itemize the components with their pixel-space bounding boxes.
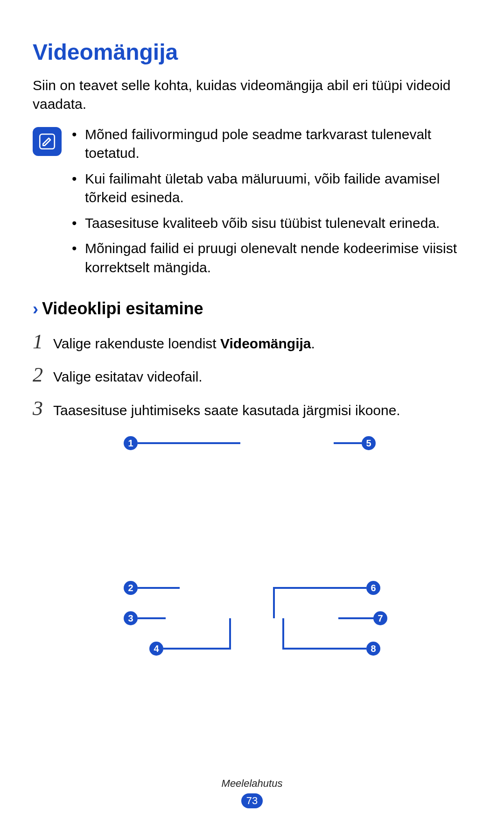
step-text-bold: Videomängija: [220, 336, 311, 351]
connector-line: [273, 587, 275, 618]
step-number: 2: [33, 361, 53, 389]
page-title: Videomängija: [33, 37, 471, 68]
pencil-note-icon: [37, 132, 57, 151]
note-list: Mõned failivormingud pole seadme tarkvar…: [72, 125, 471, 284]
callout-1: 1: [124, 436, 138, 450]
note-icon: [33, 127, 62, 156]
callout-4: 4: [149, 642, 163, 656]
step-number: 1: [33, 328, 53, 355]
step-text-part: Valige rakenduste loendist: [53, 336, 220, 351]
step-text: Taasesituse juhtimiseks saate kasutada j…: [53, 401, 400, 420]
svg-rect-0: [40, 134, 55, 149]
connector-line: [273, 587, 366, 589]
note-block: Mõned failivormingud pole seadme tarkvar…: [33, 125, 471, 284]
connector-line: [138, 587, 180, 589]
page-number-badge: 73: [241, 793, 263, 808]
connector-line: [138, 442, 240, 444]
note-item: Kui failimaht ületab vaba mäluruumi, või…: [72, 170, 471, 207]
chevron-right-icon: ›: [33, 301, 38, 318]
connector-line: [282, 618, 284, 650]
connector-line: [229, 618, 231, 650]
step-number: 3: [33, 395, 53, 422]
connector-line: [338, 617, 376, 619]
note-item: Taasesituse kvaliteeb võib sisu tüübist …: [72, 214, 471, 233]
callout-2: 2: [124, 581, 138, 595]
page-footer: Meelelahutus 73: [0, 777, 504, 808]
note-item: Mõningad failid ei pruugi olenevalt nend…: [72, 239, 471, 277]
step-item: 2 Valige esitatav videofail.: [33, 361, 471, 389]
connector-line: [163, 648, 231, 650]
step-item: 1 Valige rakenduste loendist Videomängij…: [33, 328, 471, 355]
footer-section-label: Meelelahutus: [0, 777, 504, 791]
connector-line: [334, 442, 362, 444]
section-heading: › Videoklipi esitamine: [33, 297, 471, 320]
callout-diagram: 1 2 3 4 5 6 7 8: [119, 436, 385, 693]
connector-line: [282, 648, 366, 650]
callout-3: 3: [124, 611, 138, 625]
note-item: Mõned failivormingud pole seadme tarkvar…: [72, 125, 471, 163]
step-text: Valige rakenduste loendist Videomängija.: [53, 334, 315, 353]
steps-list: 1 Valige rakenduste loendist Videomängij…: [33, 328, 471, 422]
section-heading-text: Videoklipi esitamine: [42, 297, 203, 320]
step-item: 3 Taasesituse juhtimiseks saate kasutada…: [33, 395, 471, 422]
callout-8: 8: [366, 642, 380, 656]
intro-text: Siin on teavet selle kohta, kuidas video…: [33, 76, 471, 114]
callout-6: 6: [366, 581, 380, 595]
connector-line: [138, 617, 166, 619]
step-text: Valige esitatav videofail.: [53, 368, 203, 387]
callout-5: 5: [362, 436, 376, 450]
step-text-part: .: [311, 336, 315, 351]
